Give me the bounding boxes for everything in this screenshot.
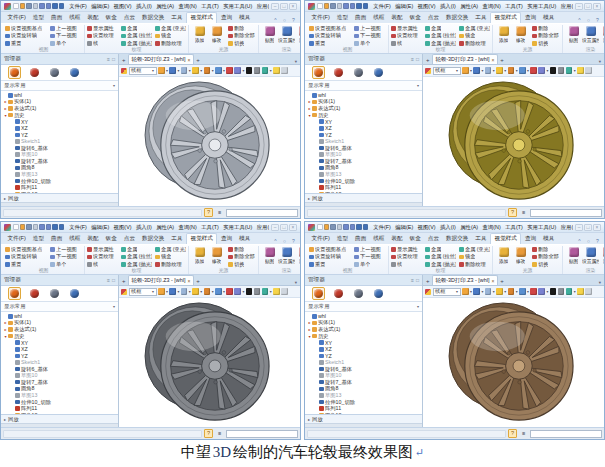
panel-menu-icon[interactable]: ≡ (411, 277, 414, 283)
undo-icon[interactable] (39, 3, 45, 9)
redo-icon[interactable] (350, 3, 356, 9)
tree-item[interactable]: XY (305, 118, 422, 125)
menu-item[interactable]: 工具(T) (201, 224, 219, 231)
ribbon-button[interactable]: 金属 (拉丝) (121, 253, 152, 260)
panel-menu-icon[interactable]: ≡ (411, 56, 414, 62)
tree-item[interactable]: 圆角8 (1, 386, 118, 393)
tree-item[interactable]: 圆角8 (305, 165, 422, 172)
viewport-3d[interactable] (423, 298, 604, 427)
dropdown-caret-icon[interactable]: ▾ (270, 68, 272, 73)
visual-manager-tab[interactable] (48, 287, 61, 300)
tree-item[interactable]: whl (1, 92, 118, 99)
perspective-icon[interactable] (485, 67, 492, 74)
ribbon-tab[interactable]: 查询 (521, 13, 539, 23)
dropdown-caret-icon[interactable]: ▾ (504, 68, 506, 73)
tree-filter[interactable]: 显示常用 ▾ (305, 81, 422, 91)
close-tab-icon[interactable]: × (187, 278, 190, 284)
tab-scroll-left[interactable]: + (426, 56, 430, 64)
ribbon-button[interactable]: 显示属性 (391, 246, 422, 253)
command-list-button[interactable]: ≡ (519, 208, 528, 217)
menu-item[interactable]: 查询(N) (179, 224, 197, 231)
ribbon-button[interactable]: 镜金 (459, 253, 490, 260)
display-mode-icon[interactable] (473, 67, 480, 74)
dropdown-caret-icon[interactable]: ▾ (481, 68, 483, 73)
forward-icon[interactable] (59, 224, 65, 230)
dropdown-caret-icon[interactable]: ▾ (527, 68, 529, 73)
ribbon-button[interactable]: 删除全部 (228, 32, 256, 39)
perspective-icon[interactable] (485, 288, 492, 295)
ribbon-tab[interactable]: 点云 (424, 13, 442, 23)
dropdown-caret-icon[interactable]: ▾ (516, 289, 518, 294)
ribbon-button[interactable]: 金属 (拉丝) (425, 253, 456, 260)
tab-list-icon[interactable]: ▾ (599, 59, 601, 64)
menu-item[interactable]: 视图(V) (114, 3, 132, 10)
menu-item[interactable]: 应用(P) (561, 3, 573, 10)
ribbon-button[interactable]: 上一视图 (354, 25, 386, 32)
assembly-manager-tab[interactable] (332, 66, 345, 79)
ribbon-button[interactable]: 下一视图 (354, 32, 386, 39)
tree-item[interactable]: 草图13 (305, 392, 422, 399)
bulb-on-icon[interactable] (577, 67, 584, 74)
menu-item[interactable]: 编辑(E) (91, 3, 109, 10)
ribbon-button[interactable]: 镜金 (155, 253, 186, 260)
ribbon-button[interactable]: 修改 (208, 246, 225, 268)
tree-item[interactable]: XZ (1, 125, 118, 132)
perspective-icon[interactable] (181, 288, 188, 295)
menu-item[interactable]: 实用工具(U) (527, 3, 556, 10)
save-icon[interactable] (26, 224, 32, 230)
ribbon-button[interactable]: 添加 (495, 25, 512, 47)
menu-item[interactable]: 视图(V) (114, 224, 132, 231)
new-file-icon[interactable] (13, 224, 19, 230)
menu-item[interactable]: 查询(N) (483, 3, 501, 10)
ribbon-tab[interactable]: 文件(F) (308, 13, 333, 23)
tree-filter[interactable]: 显示常用 ▾ (305, 302, 422, 312)
tree-item[interactable]: ▾历史 (305, 112, 422, 119)
ribbon-button[interactable]: 设置属性 (278, 25, 295, 47)
ribbon-tab[interactable]: 工具 (168, 234, 186, 244)
ribbon-button[interactable]: 单个 (354, 40, 386, 47)
new-tab-button[interactable]: + (500, 277, 504, 285)
teal-material-icon[interactable] (566, 288, 573, 295)
assembly-manager-tab[interactable] (332, 287, 345, 300)
undo-icon[interactable] (343, 3, 349, 9)
ribbon-button[interactable]: 设置旋转轴 (5, 253, 47, 260)
tree-item[interactable]: 阵列11 (305, 184, 422, 191)
layer-icon[interactable] (538, 288, 545, 295)
maximize-button[interactable]: □ (280, 224, 288, 231)
ribbon-button[interactable]: 设置纹理 (87, 253, 118, 260)
ribbon-button[interactable]: 删除纹理 (155, 40, 186, 47)
tree-item[interactable]: 拉伸10_切除 (1, 178, 118, 185)
tree-item[interactable]: 旋转7_基体 (1, 158, 118, 165)
ribbon-button[interactable]: 线 (87, 40, 118, 47)
command-list-button[interactable]: ≡ (215, 429, 224, 438)
pencil-icon[interactable] (530, 288, 537, 295)
menu-item[interactable]: 属性(A) (460, 3, 478, 10)
gray-color-swatch[interactable] (254, 288, 261, 295)
ribbon-tab[interactable]: 查询 (217, 13, 235, 23)
maximize-button[interactable]: □ (584, 3, 592, 10)
tree-item[interactable]: ▸表达式(1) (305, 105, 422, 112)
document-tab-active[interactable]: 轮毂-3D打印.Z3 - [whl] × (128, 54, 195, 64)
close-tab-icon[interactable]: × (491, 57, 494, 63)
shade-mode-icon[interactable] (462, 288, 469, 295)
tree-filter[interactable]: 显示常用 ▾ (1, 302, 118, 312)
command-input[interactable] (226, 209, 298, 217)
ribbon-button[interactable]: 贴图 (565, 25, 582, 47)
ribbon-tab[interactable]: 模具 (540, 234, 558, 244)
back-icon[interactable] (356, 3, 362, 9)
ribbon-button[interactable]: 渲染 (295, 25, 300, 47)
new-tab-button[interactable]: + (196, 56, 200, 64)
menu-item[interactable]: 应用(P) (561, 224, 573, 231)
dropdown-caret-icon[interactable]: ▾ (470, 68, 472, 73)
ribbon-button[interactable]: 显示属性 (391, 25, 422, 32)
prompt-help-button[interactable]: ? (204, 208, 213, 217)
history-manager-tab[interactable] (8, 287, 21, 300)
tab-scroll-left[interactable]: + (426, 277, 430, 285)
menu-item[interactable]: 应用(P) (257, 224, 269, 231)
ribbon-tab[interactable]: 数据交换 (442, 234, 471, 244)
ribbon-button[interactable]: 渲染 (599, 246, 604, 268)
tree-item[interactable]: XZ (305, 125, 422, 132)
background-icon[interactable] (519, 67, 526, 74)
tree-item[interactable]: 旋转6_基体 (1, 366, 118, 373)
dropdown-caret-icon[interactable]: ▾ (223, 289, 225, 294)
